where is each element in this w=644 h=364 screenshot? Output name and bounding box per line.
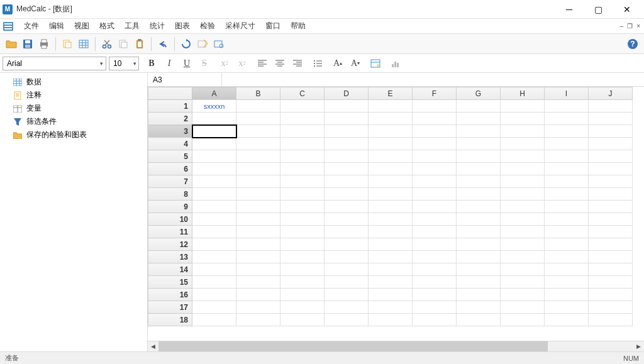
column-header[interactable]: D <box>325 87 369 100</box>
row-header[interactable]: 2 <box>148 113 192 125</box>
cell[interactable] <box>501 138 545 150</box>
cell[interactable] <box>280 125 325 138</box>
italic-button[interactable]: I <box>162 56 177 71</box>
cell[interactable] <box>325 150 369 163</box>
cell[interactable] <box>192 150 236 163</box>
align-right-button[interactable] <box>290 56 305 71</box>
cell[interactable] <box>545 251 589 263</box>
column-header[interactable]: I <box>545 87 589 100</box>
cell[interactable] <box>280 238 325 251</box>
cell[interactable] <box>501 100 545 113</box>
cell[interactable] <box>280 150 325 163</box>
cell[interactable] <box>589 113 633 125</box>
select-all-corner[interactable] <box>148 87 192 100</box>
cell-reference-box[interactable]: A3 <box>148 73 222 86</box>
cell[interactable] <box>369 238 413 251</box>
column-header[interactable]: A <box>192 87 236 100</box>
cell[interactable] <box>589 213 633 226</box>
cell[interactable] <box>325 314 369 326</box>
cell[interactable] <box>280 289 325 301</box>
row-header[interactable]: 13 <box>148 251 192 263</box>
row-header[interactable]: 9 <box>148 201 192 213</box>
cell[interactable] <box>545 163 589 175</box>
cell[interactable] <box>325 163 369 175</box>
cell[interactable] <box>369 251 413 263</box>
menu-window[interactable]: 窗口 <box>260 19 286 33</box>
menu-format[interactable]: 格式 <box>94 19 119 33</box>
cell[interactable] <box>413 213 457 226</box>
copy-button[interactable] <box>60 36 75 52</box>
cell[interactable] <box>545 238 589 251</box>
cell[interactable] <box>501 301 545 314</box>
cell[interactable] <box>457 113 501 125</box>
column-header[interactable]: H <box>501 87 545 100</box>
cell[interactable] <box>457 188 501 201</box>
cell[interactable] <box>501 125 545 138</box>
cell[interactable] <box>325 125 369 138</box>
cell[interactable] <box>280 175 325 188</box>
cell[interactable] <box>545 150 589 163</box>
cell[interactable] <box>501 175 545 188</box>
cell[interactable] <box>280 213 325 226</box>
cell[interactable] <box>369 163 413 175</box>
cell[interactable] <box>280 226 325 238</box>
cell[interactable] <box>589 100 633 113</box>
cell[interactable] <box>280 188 325 201</box>
cell[interactable] <box>457 238 501 251</box>
bold-button[interactable]: B <box>144 56 159 71</box>
cell[interactable] <box>369 289 413 301</box>
cell[interactable] <box>589 276 633 289</box>
cell[interactable] <box>545 100 589 113</box>
cell[interactable] <box>457 150 501 163</box>
row-header[interactable]: 12 <box>148 238 192 251</box>
cell[interactable] <box>236 201 280 213</box>
cell[interactable] <box>236 188 280 201</box>
app-menu-icon[interactable] <box>3 21 14 32</box>
minimize-button[interactable]: ─ <box>555 0 584 19</box>
cell[interactable] <box>280 201 325 213</box>
maximize-button[interactable]: ▢ <box>584 0 613 19</box>
cell[interactable] <box>325 213 369 226</box>
cell[interactable] <box>280 100 325 113</box>
decrease-font-button[interactable]: A▾ <box>348 56 363 71</box>
chart-button[interactable] <box>388 56 403 71</box>
row-header[interactable]: 15 <box>148 276 192 289</box>
cell[interactable] <box>236 276 280 289</box>
cell[interactable] <box>501 289 545 301</box>
sidebar-item-filters[interactable]: 筛选条件 <box>0 115 147 128</box>
cell[interactable] <box>325 263 369 276</box>
cell[interactable] <box>413 301 457 314</box>
cell[interactable] <box>589 125 633 138</box>
cell[interactable] <box>457 201 501 213</box>
paste-button[interactable] <box>132 36 147 52</box>
cell[interactable] <box>236 163 280 175</box>
cell[interactable] <box>192 301 236 314</box>
cell[interactable] <box>325 201 369 213</box>
cell[interactable] <box>501 238 545 251</box>
cell[interactable] <box>413 100 457 113</box>
cell[interactable] <box>457 175 501 188</box>
cell[interactable] <box>369 314 413 326</box>
cell[interactable] <box>369 263 413 276</box>
cell[interactable] <box>589 251 633 263</box>
cell[interactable] <box>589 150 633 163</box>
cell[interactable] <box>589 238 633 251</box>
cell[interactable] <box>589 175 633 188</box>
cell[interactable] <box>280 263 325 276</box>
cell[interactable] <box>236 301 280 314</box>
cell[interactable] <box>589 201 633 213</box>
cell[interactable] <box>501 276 545 289</box>
row-header[interactable]: 5 <box>148 150 192 163</box>
cell[interactable] <box>545 213 589 226</box>
cell[interactable] <box>457 263 501 276</box>
row-header[interactable]: 17 <box>148 301 192 314</box>
cell[interactable] <box>545 226 589 238</box>
cell[interactable] <box>236 150 280 163</box>
superscript-button[interactable]: x2 <box>235 56 250 71</box>
align-center-button[interactable] <box>272 56 287 71</box>
menu-graphs[interactable]: 图表 <box>170 19 195 33</box>
cell[interactable] <box>192 276 236 289</box>
sidebar-item-data[interactable]: 数据 <box>0 75 147 89</box>
column-header[interactable]: J <box>589 87 633 100</box>
cell[interactable] <box>280 301 325 314</box>
